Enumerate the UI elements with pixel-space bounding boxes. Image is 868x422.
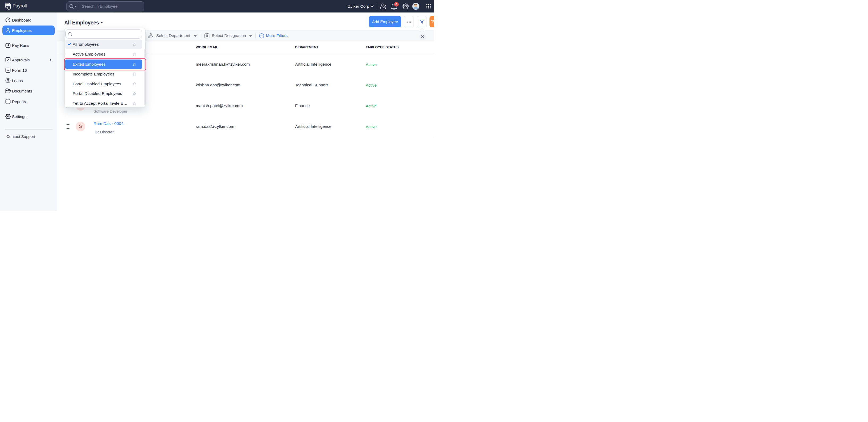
svg-text:16: 16 bbox=[7, 69, 9, 72]
